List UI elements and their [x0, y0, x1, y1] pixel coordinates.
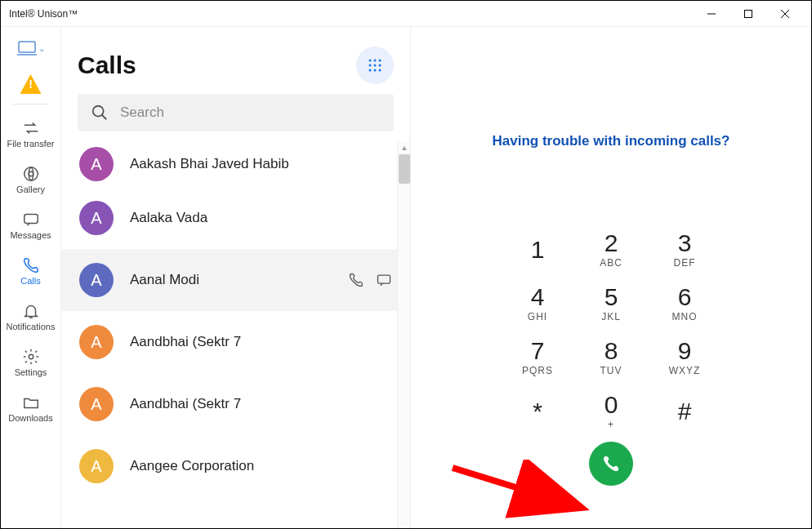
nav-label: Downloads	[8, 413, 52, 423]
nav-notifications[interactable]: Notifications	[1, 294, 61, 340]
contact-actions	[348, 272, 392, 288]
dialpad-icon	[367, 57, 383, 73]
key-2[interactable]: 2ABC	[578, 223, 644, 277]
key-#[interactable]: #	[652, 385, 717, 438]
key-0[interactable]: 0+	[578, 385, 644, 438]
scroll-up[interactable]: ▲	[398, 141, 410, 154]
svg-point-12	[379, 60, 381, 62]
avatar: A	[79, 387, 114, 421]
divider	[13, 104, 49, 104]
gear-icon	[22, 348, 40, 366]
nav-label: Calls	[20, 276, 40, 286]
nav-gallery[interactable]: Gallery	[1, 157, 61, 202]
key-letters: PQRS	[522, 365, 553, 376]
nav-label: Notifications	[7, 322, 56, 331]
key-4[interactable]: 4GHI	[505, 277, 570, 331]
dialpad-toggle[interactable]	[356, 47, 394, 84]
key-digit: 3	[678, 231, 692, 256]
nav-settings[interactable]: Settings	[1, 340, 61, 385]
call-icon[interactable]	[348, 272, 364, 288]
svg-point-7	[29, 171, 33, 176]
key-8[interactable]: 8TUV	[578, 331, 644, 385]
svg-rect-1	[744, 10, 752, 17]
contact-row[interactable]: AAangee Corporation	[61, 435, 410, 497]
list-header: Calls	[61, 27, 410, 94]
svg-line-20	[102, 115, 107, 120]
contacts-panel: Calls AAakash Bhai Javed HabibAAalaka Va…	[61, 27, 411, 528]
svg-point-16	[369, 69, 372, 72]
key-6[interactable]: 6MNO	[652, 277, 717, 331]
scrollbar[interactable]: ▲	[397, 141, 410, 528]
svg-rect-8	[24, 215, 38, 224]
key-digit: 2	[605, 231, 618, 256]
transfer-icon	[22, 119, 40, 137]
alert-icon[interactable]: !	[20, 74, 42, 94]
search-wrap	[61, 94, 410, 141]
nav-label: Gallery	[16, 184, 45, 194]
nav-file-transfer[interactable]: File transfer	[1, 111, 61, 157]
svg-point-15	[379, 64, 381, 67]
call-button[interactable]	[589, 442, 633, 486]
key-digit: 4	[531, 285, 545, 309]
contact-row[interactable]: AAalaka Vada	[61, 187, 410, 249]
avatar: A	[79, 147, 114, 181]
nav-calls[interactable]: Calls	[1, 248, 61, 294]
svg-point-10	[369, 60, 372, 62]
key-7[interactable]: 7PQRS	[505, 331, 570, 385]
keypad: 12ABC3DEF4GHI5JKL6MNO7PQRS8TUV9WXYZ*0+#	[505, 223, 717, 438]
svg-point-11	[374, 60, 377, 62]
key-digit: 9	[678, 339, 692, 363]
nav-label: File transfer	[7, 139, 54, 149]
svg-point-18	[379, 69, 381, 72]
phone-icon	[601, 454, 621, 473]
contact-name: Aandbhai (Sektr 7	[130, 396, 241, 412]
svg-point-6	[24, 167, 38, 181]
key-letters: MNO	[672, 311, 698, 322]
key-digit: 1	[531, 238, 545, 262]
avatar: A	[79, 325, 114, 359]
avatar: A	[79, 201, 114, 235]
key-digit: 5	[605, 285, 618, 309]
svg-point-13	[369, 64, 372, 67]
title-bar: Intel® Unison™	[1, 1, 811, 27]
dialer-panel: Having trouble with incoming calls? 12AB…	[411, 27, 811, 528]
chevron-down-icon: ⌄	[38, 44, 45, 53]
search-box[interactable]	[78, 94, 394, 131]
key-digit: #	[678, 399, 692, 424]
key-*[interactable]: *	[505, 385, 570, 438]
folder-icon	[22, 393, 40, 411]
contact-name: Aangee Corporation	[130, 458, 254, 474]
svg-rect-4	[19, 42, 35, 52]
message-icon[interactable]	[376, 272, 392, 288]
key-1[interactable]: 1	[505, 223, 570, 277]
key-letters: TUV	[600, 365, 622, 376]
minimize-button[interactable]	[693, 1, 729, 27]
calls-icon	[22, 256, 40, 274]
key-letters: ABC	[600, 257, 622, 269]
scroll-thumb[interactable]	[399, 154, 410, 184]
contact-row[interactable]: AAanal Modi	[61, 249, 410, 311]
window-controls	[693, 1, 803, 27]
key-digit: 0	[605, 393, 618, 417]
key-digit: 6	[678, 285, 692, 309]
key-5[interactable]: 5JKL	[578, 277, 644, 331]
contact-row[interactable]: AAandbhai (Sektr 7	[61, 311, 410, 373]
key-9[interactable]: 9WXYZ	[652, 331, 717, 385]
nav-downloads[interactable]: Downloads	[1, 385, 61, 431]
contact-row[interactable]: AAakash Bhai Javed Habib	[61, 141, 410, 187]
device-selector[interactable]: ⌄	[15, 37, 47, 60]
messages-icon	[22, 211, 40, 229]
contact-row[interactable]: AAandbhai (Sektr 7	[61, 373, 410, 435]
search-input[interactable]	[120, 104, 381, 121]
key-digit: 8	[605, 339, 618, 363]
key-digit: *	[533, 399, 542, 424]
key-digit: 7	[531, 339, 545, 363]
trouble-link[interactable]: Having trouble with incoming calls?	[493, 133, 730, 149]
key-letters: WXYZ	[669, 365, 701, 376]
nav-messages[interactable]: Messages	[1, 202, 61, 248]
key-3[interactable]: 3DEF	[652, 223, 717, 277]
maximize-button[interactable]	[729, 1, 766, 27]
close-button[interactable]	[766, 1, 803, 27]
contact-name: Aanal Modi	[130, 272, 199, 288]
contact-list: AAakash Bhai Javed HabibAAalaka VadaAAan…	[61, 141, 410, 528]
